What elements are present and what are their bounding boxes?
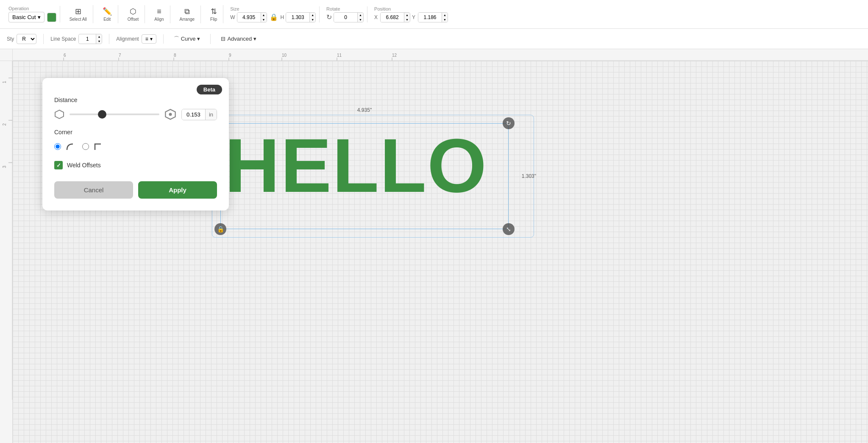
size-group: Size W ▲ ▼ 🔒 H ▲ (227, 6, 320, 22)
width-input[interactable] (237, 13, 261, 22)
resize-handle[interactable]: ⤡ (503, 223, 515, 235)
height-input-wrap: ▲ ▼ (286, 12, 316, 22)
offset-label: Offset (128, 17, 139, 22)
position-label: Position (374, 6, 391, 11)
rotate-label: Rotate (326, 6, 340, 11)
svg-text:3: 3 (2, 166, 7, 168)
arrange-icon: ⧉ (184, 7, 190, 16)
width-up-button[interactable]: ▲ (261, 13, 267, 17)
operation-dropdown[interactable]: Basic Cut ▾ (8, 12, 45, 22)
rotate-handle[interactable]: ↻ (503, 117, 515, 129)
flip-label: Flip (210, 17, 217, 22)
height-input[interactable] (286, 13, 309, 22)
apply-button[interactable]: Apply (138, 181, 217, 199)
flip-icon: ⇅ (211, 7, 217, 16)
line-space-label: Line Space (50, 36, 76, 42)
svg-text:10: 10 (282, 53, 287, 58)
line-space-up-button[interactable]: ▲ (96, 34, 102, 39)
alignment-button[interactable]: ≡ ▾ (142, 34, 156, 44)
align-button[interactable]: ≡ Align (152, 6, 166, 23)
distance-slider-row: in (54, 108, 217, 120)
x-input-wrap: ▲ ▼ (380, 12, 410, 22)
corner-rounded-radio[interactable] (54, 143, 61, 150)
corner-sharp-option[interactable] (82, 141, 103, 152)
x-down-button[interactable]: ▼ (404, 17, 410, 22)
offset-icon: ⬡ (130, 7, 136, 16)
color-swatch[interactable] (47, 13, 56, 22)
height-label: H (281, 14, 284, 20)
weld-offsets-label: Weld Offsets (67, 162, 101, 169)
width-down-button[interactable]: ▼ (261, 17, 267, 22)
aspect-lock-icon: 🔒 (269, 13, 279, 21)
style-label: Sty (7, 36, 14, 42)
corner-label: Corner (54, 129, 217, 136)
y-input[interactable] (418, 13, 442, 22)
operation-value: Basic Cut (12, 14, 36, 20)
edit-icon: ✏️ (103, 7, 112, 16)
offset-group: ⬡ Offset (122, 5, 145, 23)
cancel-button[interactable]: Cancel (54, 181, 133, 199)
operation-select: Basic Cut ▾ (8, 12, 56, 22)
lock-handle[interactable]: 🔒 (214, 223, 226, 235)
x-up-button[interactable]: ▲ (404, 13, 410, 17)
style-dropdown[interactable]: R (17, 34, 36, 44)
advanced-icon: ⊟ (221, 36, 225, 42)
height-down-button[interactable]: ▼ (310, 17, 315, 22)
corner-sharp-icon (92, 141, 103, 152)
edit-label: Edit (103, 17, 111, 22)
svg-text:9: 9 (229, 53, 231, 58)
rotate-down-button[interactable]: ▼ (358, 17, 363, 22)
advanced-button[interactable]: ⊟ Advanced ▾ (217, 34, 260, 43)
svg-text:6: 6 (64, 53, 66, 58)
y-down-button[interactable]: ▼ (442, 17, 448, 22)
line-space-spinners: ▲ ▼ (96, 34, 102, 44)
alignment-icon: ≡ (145, 36, 148, 42)
y-up-button[interactable]: ▲ (442, 13, 448, 17)
line-space-down-button[interactable]: ▼ (96, 39, 102, 44)
rotate-up-button[interactable]: ▲ (358, 13, 363, 17)
weld-offsets-checkbox[interactable] (54, 161, 63, 169)
svg-text:2: 2 (2, 123, 7, 126)
hello-canvas-object[interactable]: 4.935" 1.303" HELLO ✕ ↻ 🔒 ⤡ (220, 123, 509, 229)
arrange-button[interactable]: ⧉ Arrange (177, 6, 198, 23)
corner-rounded-option[interactable] (54, 141, 75, 152)
line-space-input[interactable] (79, 35, 96, 43)
y-spinners: ▲ ▼ (442, 13, 448, 22)
distance-max-icon (164, 108, 176, 120)
edit-button[interactable]: ✏️ Edit (100, 5, 114, 23)
corner-sharp-radio[interactable] (82, 143, 89, 150)
y-label: Y (412, 14, 415, 20)
vertical-ruler: 1 2 3 (0, 61, 13, 443)
distance-input[interactable] (182, 109, 205, 120)
svg-text:1: 1 (2, 81, 7, 83)
rotate-spinners: ▲ ▼ (357, 13, 363, 22)
curve-button[interactable]: ⌒ Curve ▾ (170, 34, 204, 44)
distance-input-wrap: in (181, 109, 217, 120)
width-input-wrap: ▲ ▼ (237, 12, 267, 22)
arrange-label: Arrange (180, 17, 195, 22)
position-group: Position X ▲ ▼ Y ▲ (371, 6, 451, 22)
horizontal-ruler: 6 7 8 9 10 11 12 (13, 49, 868, 61)
offset-button[interactable]: ⬡ Offset (125, 5, 142, 23)
height-up-button[interactable]: ▲ (310, 13, 315, 17)
chevron-down-icon: ▾ (38, 14, 41, 20)
alignment-label: Alignment (116, 36, 139, 42)
height-spinners: ▲ ▼ (309, 13, 315, 22)
dimension-height-label: 1.303" (522, 173, 536, 179)
select-all-label: Select All (70, 17, 87, 22)
arrange-group: ⧉ Arrange (174, 6, 201, 23)
alignment-group: Alignment ≡ ▾ (116, 34, 163, 44)
flip-button[interactable]: ⇅ Flip (208, 5, 220, 23)
secondary-toolbar: Sty R Line Space ▲ ▼ Alignment ≡ ▾ (0, 29, 868, 49)
rotate-group: Rotate ↻ ▲ ▼ (323, 6, 367, 22)
select-all-button[interactable]: ⊞ Select All (67, 5, 89, 23)
panel-actions: Cancel Apply (54, 181, 217, 199)
corner-options-row (54, 141, 217, 152)
svg-text:11: 11 (337, 53, 342, 58)
content-area: 6 7 8 9 10 11 12 1 2 (0, 49, 868, 443)
rotate-input[interactable] (334, 13, 357, 22)
x-input[interactable] (381, 13, 404, 22)
align-label: Align (154, 17, 164, 22)
select-all-group: ⊞ Select All (64, 5, 93, 23)
distance-slider[interactable] (70, 114, 159, 115)
